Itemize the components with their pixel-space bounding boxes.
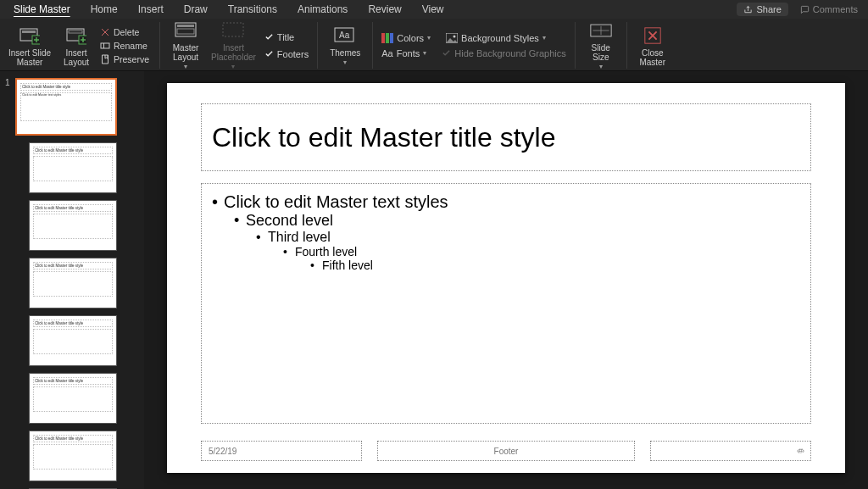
chevron-down-icon: ▾	[542, 34, 546, 42]
close-icon	[642, 25, 664, 47]
layout-thumbnail[interactable]: Click to edit Master title style	[5, 373, 139, 424]
colors-dropdown[interactable]: Colors ▾	[381, 33, 431, 43]
svg-text:Aa: Aa	[339, 31, 350, 40]
svg-rect-1	[22, 31, 36, 33]
thumbnail-panel[interactable]: 1 Click to edit Master title style Click…	[0, 71, 144, 489]
slide-size-icon	[590, 19, 612, 42]
tab-review[interactable]: Review	[358, 1, 411, 18]
footers-checkbox[interactable]: Footers	[264, 49, 309, 59]
layout-thumbnail[interactable]: Click to edit Master title style	[5, 431, 139, 481]
colors-icon	[381, 33, 393, 43]
slide-master-icon	[19, 25, 41, 47]
placeholder-icon	[222, 19, 244, 42]
tab-slide-master[interactable]: Slide Master	[3, 1, 81, 18]
insert-slide-master-button[interactable]: Insert Slide Master	[5, 23, 54, 69]
tab-insert[interactable]: Insert	[128, 1, 174, 18]
chevron-down-icon: ▾	[343, 59, 347, 67]
group-background: Colors ▾ Background Styles ▾ Aa Fonts ▾	[381, 22, 575, 69]
share-icon	[743, 5, 753, 14]
svg-rect-14	[386, 33, 389, 43]
body-placeholder[interactable]: Click to edit Master text styles Second …	[201, 183, 811, 424]
background-styles-dropdown[interactable]: Background Styles ▾	[446, 33, 546, 43]
themes-button[interactable]: Aa Themes ▾	[326, 23, 364, 69]
tab-animations[interactable]: Animations	[287, 1, 358, 18]
svg-rect-15	[390, 33, 393, 43]
slide-number-placeholder[interactable]: ‹#›	[650, 441, 811, 461]
slide-master[interactable]: Click to edit Master title style Click t…	[167, 83, 845, 473]
layout-thumbnail[interactable]: Click to edit Master title style	[5, 142, 139, 193]
hide-background-checkbox[interactable]: Hide Background Graphics	[442, 48, 565, 58]
rename-icon	[100, 41, 110, 51]
close-master-button[interactable]: Close Master	[636, 23, 670, 69]
delete-button[interactable]: Delete	[98, 26, 151, 38]
layout-icon	[65, 25, 87, 47]
svg-point-17	[453, 35, 456, 37]
chevron-down-icon: ▾	[184, 64, 187, 71]
svg-rect-10	[223, 23, 243, 36]
slide-size-button[interactable]: Slide Size ▾	[584, 18, 618, 73]
footer-placeholder[interactable]: Footer	[377, 441, 635, 461]
title-checkbox[interactable]: Title	[264, 32, 309, 42]
comments-icon	[800, 5, 810, 14]
layout-thumbnail[interactable]: Click to edit Master title style	[5, 258, 139, 308]
chevron-down-icon: ▾	[423, 49, 426, 57]
slide-canvas[interactable]: Click to edit Master title style Click t…	[144, 71, 868, 489]
background-icon	[446, 33, 458, 43]
group-themes: Aa Themes ▾	[326, 22, 373, 69]
layout-thumbnail[interactable]: Click to edit Master title style	[5, 200, 139, 251]
svg-rect-13	[381, 33, 385, 43]
insert-placeholder-button: Insert Placeholder ▾	[208, 18, 259, 73]
chevron-down-icon: ▾	[231, 64, 235, 71]
svg-rect-8	[177, 25, 194, 27]
tab-home[interactable]: Home	[81, 1, 128, 18]
workspace: 1 Click to edit Master title style Click…	[0, 71, 868, 489]
preserve-icon	[100, 54, 110, 64]
group-close: Close Master	[636, 22, 678, 69]
share-button[interactable]: Share	[737, 3, 787, 16]
layout-thumbnail[interactable]: Click to edit Master title style	[5, 315, 139, 366]
fonts-dropdown[interactable]: Aa Fonts ▾	[381, 48, 426, 58]
check-icon	[264, 32, 274, 42]
menu-bar: Slide Master Home Insert Draw Transition…	[0, 0, 868, 19]
title-placeholder[interactable]: Click to edit Master title style	[201, 103, 811, 171]
ribbon: Insert Slide Master Insert Layout Delete…	[0, 19, 868, 71]
rename-button[interactable]: Rename	[98, 40, 151, 52]
preserve-button[interactable]: Preserve	[98, 53, 151, 65]
group-size: Slide Size ▾	[584, 22, 627, 69]
fonts-icon: Aa	[381, 48, 392, 58]
tab-transitions[interactable]: Transitions	[218, 1, 287, 18]
group-edit-master: Insert Slide Master Insert Layout Delete…	[5, 22, 160, 69]
master-thumbnail[interactable]: 1 Click to edit Master title style Click…	[5, 78, 139, 136]
svg-rect-4	[69, 31, 82, 33]
check-icon	[442, 48, 451, 58]
tab-view[interactable]: View	[412, 1, 454, 18]
insert-layout-button[interactable]: Insert Layout	[59, 23, 93, 69]
date-placeholder[interactable]: 5/22/19	[201, 441, 362, 461]
themes-icon: Aa	[334, 25, 356, 47]
chevron-down-icon: ▾	[427, 34, 431, 42]
comments-button[interactable]: Comments	[793, 3, 865, 16]
master-layout-icon	[175, 19, 197, 42]
svg-rect-6	[101, 43, 109, 48]
group-master-layout: Master Layout ▾ Insert Placeholder ▾ Tit…	[169, 22, 318, 69]
check-icon	[264, 49, 274, 58]
tab-draw[interactable]: Draw	[174, 1, 218, 18]
master-layout-button[interactable]: Master Layout ▾	[169, 18, 203, 73]
chevron-down-icon: ▾	[599, 64, 603, 71]
svg-rect-9	[177, 29, 194, 34]
delete-icon	[100, 27, 110, 37]
